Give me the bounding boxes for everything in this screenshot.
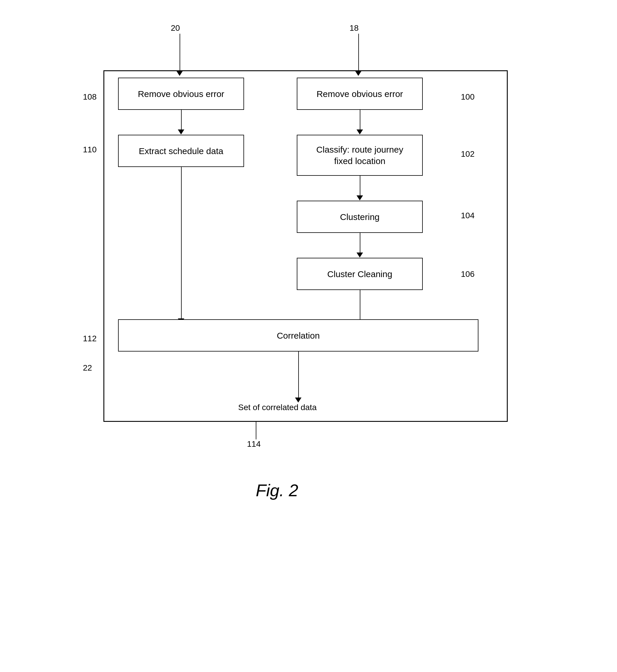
fig-label: Fig. 2 [256, 480, 298, 500]
arrow-left-1-tip [178, 130, 184, 135]
arrow-right-1-tip [357, 130, 363, 135]
box-classify: Classify: route journey fixed location [297, 135, 423, 176]
box-extract-schedule: Extract schedule data [118, 135, 244, 167]
arrow-20-line [180, 34, 180, 72]
ref-112-label: 112 [83, 334, 97, 343]
box-cluster-cleaning: Cluster Cleaning [297, 258, 423, 290]
arrow-18-line [358, 34, 359, 72]
box-correlation: Correlation [118, 319, 478, 352]
ref-104-label: 104 [461, 211, 475, 220]
ref-114-label: 114 [247, 439, 261, 449]
arrow-corr-tip [295, 398, 301, 403]
ref-102-label: 102 [461, 150, 475, 159]
ref-110-label: 110 [83, 145, 97, 154]
box-remove-error-right: Remove obvious error [297, 78, 423, 110]
ref-20: 20 [171, 23, 180, 33]
box-clustering: Clustering [297, 201, 423, 233]
arrow-corr-line [298, 352, 299, 398]
outer-box [104, 70, 508, 422]
arrow-left-2-line [181, 167, 182, 319]
ref-22-label: 22 [83, 363, 92, 373]
diagram-container: 20 18 22 108 Remove obvious error 110 Ex… [74, 23, 543, 639]
ref-100-label: 100 [461, 92, 475, 101]
arrow-right-1-line [360, 110, 360, 130]
ref-106-label: 106 [461, 269, 475, 279]
arrow-right-3-line [360, 233, 360, 253]
arrow-right-2-line [360, 176, 360, 196]
arrow-left-1-line [181, 110, 182, 130]
ref-114-leader [256, 422, 256, 439]
correlated-data-label: Set of correlated data [238, 403, 317, 412]
ref-108-label: 108 [83, 92, 97, 101]
arrow-right-3-tip [357, 252, 363, 257]
box-remove-error-left: Remove obvious error [118, 78, 244, 110]
ref-18: 18 [350, 23, 359, 33]
arrow-right-2-tip [357, 195, 363, 200]
